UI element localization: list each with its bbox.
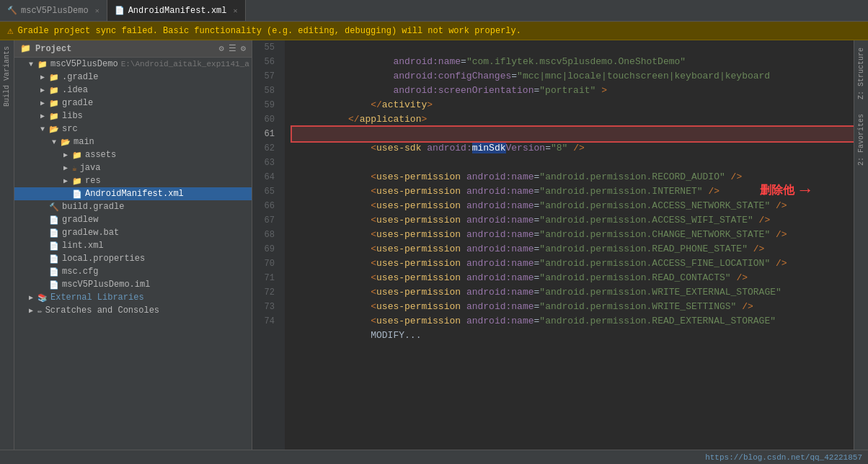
line-num-62: 62 [252,141,279,156]
folder-icon: 📁 [49,99,59,108]
arrow: ▶ [29,293,37,302]
tab-close-manifest[interactable]: ✕ [233,6,237,15]
item-label: Scratches and Consoles [45,305,159,316]
tree-item-idea[interactable]: ▶ 📁 .idea [14,84,252,97]
tab-bar: 🔨 mscV5PlusDemo ✕ 📄 AndroidManifest.xml … [0,0,868,22]
structure-tab[interactable]: Z: Structure [855,40,867,107]
tree-item-gradle-dir[interactable]: ▶ 📁 .gradle [14,71,252,84]
sync-icon[interactable]: ⚙ [219,43,224,54]
code-line-71: <uses-permission android:name="android.p… [292,271,854,285]
folder-icon: 📁 [72,177,82,186]
file-icon: 📄 [49,215,59,225]
editor-area: 55 56 57 58 59 60 61 62 63 64 65 66 67 6… [252,40,854,450]
line-num-64: 64 [252,170,279,184]
arrow: ▼ [52,138,61,146]
gradle-icon: 🔨 [7,6,17,15]
arrow: ▶ [63,151,72,159]
xml-icon: 📄 [49,241,59,251]
favorites-tab[interactable]: 2: Favorites [855,107,867,173]
tree-item-scratches[interactable]: ▶ ✏ Scratches and Consoles [14,304,252,317]
tree-item-gradle-folder[interactable]: ▶ 📁 gradle [14,97,252,110]
arrow: ▶ [29,306,37,315]
folder-icon: 📁 [37,60,48,69]
item-label: .idea [62,85,88,95]
line-num-67: 67 [252,213,279,228]
line-num-70: 70 [252,256,279,271]
warning-icon: ⚠ [7,24,13,37]
tab-android-manifest[interactable]: 📄 AndroidManifest.xml ✕ [107,0,246,21]
tab-label-manifest: AndroidManifest.xml [128,6,227,16]
code-line-74: MODIFY... [292,314,854,329]
tree-item-build-gradle[interactable]: 🔨 build.gradle [14,200,252,213]
tree-header-icons: ⚙ ☰ ⚙ [219,43,246,54]
code-line-65: <uses-permission android:name="android.p… [292,184,854,199]
folder-icon: 📁 [49,73,59,82]
menu-icon[interactable]: ☰ [229,43,236,54]
tree-item-msc-cfg[interactable]: 📄 msc.cfg [14,265,252,278]
line-num-57: 57 [252,69,279,84]
root-label: mscV5PlusDemo [50,59,118,69]
tree-item-iml[interactable]: 📄 mscV5PlusDemo.iml [14,278,252,291]
item-label: build.gradle [62,202,124,212]
java-icon: ☕ [72,164,77,173]
code-line-73: <uses-permission android:name="android.p… [292,300,854,314]
code-line-55: android:name="com.iflytek.mscv5plusdemo.… [292,40,854,55]
tab-close-gradle[interactable]: ✕ [95,6,99,15]
code-content[interactable]: android:name="com.iflytek.mscv5plusdemo.… [285,40,854,450]
left-edge-tabs: Build Variants [0,40,14,450]
warning-text: Gradle project sync failed. Basic functi… [17,26,521,36]
tree-item-gradlew[interactable]: 📄 gradlew [14,213,252,226]
code-line-57: android:screenOrientation="portrait" > [292,69,854,84]
tree-item-src[interactable]: ▼ 📂 src [14,122,252,135]
line-num-69: 69 [252,242,279,256]
bottom-bar: https://blog.csdn.net/qq_42221857 [0,450,868,464]
xml-icon: 📄 [115,6,125,15]
code-container[interactable]: 55 56 57 58 59 60 61 62 63 64 65 66 67 6… [252,40,854,450]
settings-icon[interactable]: ⚙ [241,43,246,54]
build-variants-tab[interactable]: Build Variants [1,40,13,112]
item-label: java [80,163,101,173]
tree-item-manifest[interactable]: 📄 AndroidManifest.xml [14,187,252,200]
tree-item-ext-lib[interactable]: ▶ 📚 External Libraries [14,291,252,304]
xml-file-icon: 📄 [72,189,82,199]
file-icon: 📄 [49,254,59,264]
item-label: lint.xml [62,241,104,251]
expand-arrow: ▼ [29,61,37,68]
item-label: gradle [62,98,93,108]
code-line-69: <uses-permission android:name="android.p… [292,242,854,256]
root-path: E:\Android_aitalk_exp1141_a [121,60,249,68]
tree-item-gradlew-bat[interactable]: 📄 gradlew.bat [14,226,252,239]
tab-build-gradle[interactable]: 🔨 mscV5PlusDemo ✕ [0,0,107,21]
line-num-68: 68 [252,228,279,242]
tree-item-res[interactable]: ▶ 📁 res [14,174,252,187]
arrow: ▶ [40,86,49,94]
right-edge-tabs: Z: Structure 2: Favorites [854,40,868,450]
folder-icon: 📁 [49,112,59,121]
code-line-59: </application> [292,98,854,112]
arrow: ▶ [40,99,49,107]
item-label: .gradle [62,72,98,82]
file-tree[interactable]: 📁 Project ⚙ ☰ ⚙ ▼ 📁 mscV5PlusDemo E:\And… [14,40,252,450]
tree-item-assets[interactable]: ▶ 📁 assets [14,148,252,161]
ext-lib-icon: 📚 [37,293,48,303]
tree-item-libs[interactable]: ▶ 📁 libs [14,110,252,122]
tree-root[interactable]: ▼ 📁 mscV5PlusDemo E:\Android_aitalk_exp1… [14,58,252,71]
warning-bar: ⚠ Gradle project sync failed. Basic func… [0,22,868,40]
tree-item-main[interactable]: ▼ 📂 main [14,135,252,148]
gradle-icon: 🔨 [49,202,59,212]
tree-item-java[interactable]: ▶ ☕ java [14,161,252,174]
code-line-61: <uses-sdk android:minSdkVersion="8" /> [292,127,854,141]
tree-title: Project [35,44,71,54]
item-label: External Libraries [50,293,144,303]
blog-link[interactable]: https://blog.csdn.net/qq_42221857 [705,453,862,462]
tab-label: mscV5PlusDemo [21,6,89,16]
arrow: ▼ [40,125,49,133]
tree-item-lint[interactable]: 📄 lint.xml [14,239,252,252]
tree-item-local-props[interactable]: 📄 local.properties [14,252,252,265]
tree-header: 📁 Project ⚙ ☰ ⚙ [14,40,252,58]
main-area: Build Variants 📁 Project ⚙ ☰ ⚙ ▼ 📁 mscV5… [0,40,868,450]
item-label: main [74,137,94,147]
folder-open-icon: 📂 [49,125,59,134]
code-line-66: <uses-permission android:name="android.p… [292,199,854,213]
code-line-70: <uses-permission android:name="android.p… [292,256,854,271]
